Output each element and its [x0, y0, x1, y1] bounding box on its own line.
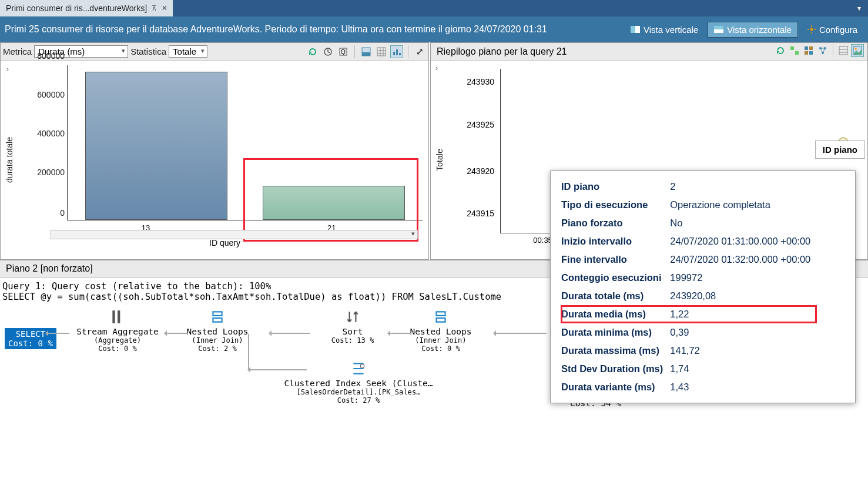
- tooltip-label: Durata totale (ms): [561, 287, 669, 305]
- query-icon[interactable]: Q: [337, 45, 350, 58]
- y-axis-label: durata totale: [5, 137, 14, 183]
- refresh-icon[interactable]: [306, 45, 319, 58]
- detail-pane-icon[interactable]: [360, 45, 373, 58]
- plan-select-node[interactable]: SELECT Cost: 0 %: [5, 328, 56, 349]
- expand-icon[interactable]: ⤢: [413, 45, 426, 58]
- tooltip-label: Tipo di esecuzione: [561, 196, 669, 213]
- tooltip-label: Durata minima (ms): [561, 324, 669, 341]
- tooltip-label: Durata media (ms): [561, 306, 669, 323]
- x-axis-label: ID query: [209, 238, 240, 247]
- stat-label: Statistica: [130, 46, 166, 56]
- svg-point-34: [360, 364, 364, 368]
- svg-rect-32: [112, 310, 115, 323]
- left-chart[interactable]: 0 200000 400000 600000 800000 13 21 ID q…: [27, 65, 423, 250]
- refresh-icon[interactable]: [774, 44, 787, 57]
- stat-combo[interactable]: Totale: [169, 45, 207, 58]
- tooltip-label: ID piano: [561, 178, 669, 195]
- metric-label: Metrica: [3, 46, 32, 56]
- tab-title: Primi consumer di ris...dventureWorks]: [6, 4, 147, 13]
- svg-rect-27: [839, 46, 847, 55]
- horizontal-view-button[interactable]: Vista orizzontale: [708, 22, 798, 38]
- svg-rect-20: [805, 46, 808, 50]
- clock-icon[interactable]: [321, 45, 334, 58]
- tooltip-value: 243920,08: [670, 287, 816, 305]
- collapse-arrow-icon[interactable]: ›: [6, 65, 9, 73]
- svg-text:Q: Q: [341, 49, 346, 55]
- svg-rect-15: [393, 52, 395, 55]
- tooltip-value: 0,39: [670, 324, 816, 341]
- svg-rect-17: [399, 53, 401, 55]
- svg-rect-22: [805, 51, 808, 55]
- tooltip-label: Durata variante (ms): [561, 379, 669, 396]
- tooltip-value: Operazione completata: [670, 196, 816, 213]
- tooltip-value: 1,43: [670, 379, 816, 396]
- y-axis-label: Totale: [435, 149, 444, 170]
- pin-icon[interactable]: ⊼: [152, 4, 157, 12]
- tooltip-label: Inizio intervallo: [561, 233, 669, 250]
- chart-view-icon[interactable]: [390, 45, 403, 58]
- tooltip-label: Conteggio esecuzioni: [561, 269, 669, 286]
- tooltip-value: No: [670, 215, 816, 232]
- grid-view-icon[interactable]: [837, 44, 850, 57]
- tooltip-label: Std Dev Duration (ms): [561, 360, 669, 377]
- svg-rect-23: [809, 51, 813, 55]
- chart-bar[interactable]: [85, 72, 227, 220]
- svg-point-31: [854, 48, 857, 50]
- svg-rect-9: [362, 52, 370, 56]
- tooltip-value: 24/07/2020 01:31:00.000 +00:00: [670, 233, 816, 250]
- vertical-view-icon: [631, 26, 640, 33]
- tooltip-value: 1,74: [670, 360, 816, 377]
- svg-rect-10: [377, 48, 386, 56]
- svg-rect-21: [809, 46, 813, 50]
- tooltip-value: 1,22: [670, 306, 816, 323]
- document-tab[interactable]: Primi consumer di ris...dventureWorks] ⊼…: [0, 0, 173, 16]
- left-chart-pane: Metrica Durata (ms) Statistica Totale Q …: [0, 42, 429, 260]
- close-icon[interactable]: ×: [162, 3, 167, 14]
- tab-bar: Primi consumer di ris...dventureWorks] ⊼…: [0, 0, 868, 16]
- collapse-arrow-icon[interactable]: ›: [435, 64, 438, 72]
- plan-op-nested-loops[interactable]: Nested Loops (Inner Join) Cost: 2 %: [153, 309, 282, 353]
- tooltip-value: 24/07/2020 01:32:00.000 +00:00: [670, 251, 816, 268]
- plan-op-clustered-index-seek[interactable]: Clustered Index Seek (Cluste… [SalesOrde…: [282, 361, 435, 404]
- plan-tooltip: ID piano2Tipo di esecuzioneOperazione co…: [550, 170, 856, 403]
- configure-button[interactable]: Configura: [802, 22, 863, 38]
- report-header: Primi 25 consumer di risorse per il data…: [0, 16, 868, 42]
- image-view-icon[interactable]: [851, 44, 864, 57]
- tooltip-value: 2: [670, 178, 816, 195]
- svg-rect-33: [118, 310, 120, 323]
- plan-op-nested-loops[interactable]: Nested Loops (Inner Join) Cost: 0 %: [376, 309, 505, 353]
- diagram-icon[interactable]: [816, 44, 829, 57]
- tooltip-label: Durata massima (ms): [561, 342, 669, 359]
- svg-rect-19: [795, 51, 799, 55]
- tooltip-label: Fine intervallo: [561, 251, 669, 268]
- plan-structure-icon[interactable]: [802, 44, 815, 57]
- tooltip-label: Piano forzato: [561, 215, 669, 232]
- plan-compare-icon[interactable]: [788, 44, 801, 57]
- svg-rect-18: [790, 46, 794, 50]
- grid-view-icon[interactable]: [375, 45, 388, 58]
- vertical-view-button[interactable]: Vista verticale: [625, 22, 704, 38]
- svg-rect-16: [396, 49, 398, 55]
- legend-id-piano: ID piano: [815, 141, 865, 159]
- horizontal-view-icon: [714, 26, 723, 33]
- tooltip-value: 141,72: [670, 342, 816, 359]
- right-pane-title: Riepilogo piano per la query 21: [437, 46, 567, 57]
- tooltip-value: 199972: [670, 269, 816, 286]
- report-title: Primi 25 consumer di risorse per il data…: [5, 24, 625, 35]
- svg-point-0: [810, 28, 813, 31]
- tab-bar-dropdown-icon[interactable]: ▾: [857, 0, 868, 16]
- gear-icon: [807, 25, 816, 34]
